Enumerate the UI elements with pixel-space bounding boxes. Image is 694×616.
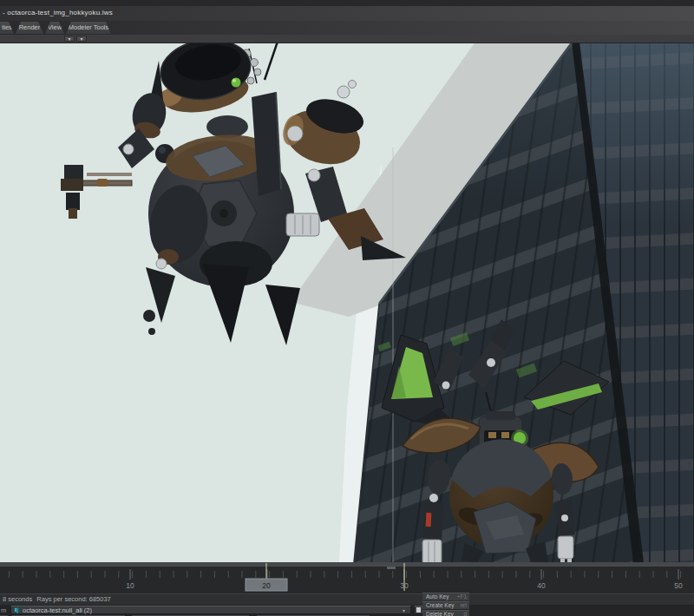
create-key-button[interactable]: Create Key ret [422, 601, 469, 609]
menu-tab-bar: ties Render View Modeler Tools [0, 21, 694, 35]
rays-per-second-text: Rays per second: 685037 [36, 595, 110, 603]
page-icon [416, 607, 421, 613]
auto-key-button[interactable]: Auto Key +F1 [422, 593, 469, 600]
status-bar: 8 seconds Rays per second: 685037 [0, 593, 694, 605]
toolbar-dropdown-button-1[interactable]: ▾ [64, 36, 75, 42]
current-item-label: octaorca-test:null_all (2) [23, 606, 92, 614]
lightwave-layout-window: - octaorca-test_img_hokkyoku.lws ties Re… [0, 0, 694, 616]
frame-label: 10 [126, 581, 134, 590]
tab-modeler-tools[interactable]: Modeler Tools [66, 22, 111, 34]
window-title: - octaorca-test_img_hokkyoku.lws [3, 9, 113, 16]
timeline[interactable]: 10 30 40 50 20 [0, 562, 694, 593]
title-bar: - octaorca-test_img_hokkyoku.lws [0, 0, 694, 21]
toolbar-strip: ▾ ▾ [0, 35, 694, 43]
frame-label: 30 [400, 581, 409, 590]
tab-render[interactable]: Render [16, 22, 43, 34]
current-frame-value: 20 [262, 581, 271, 590]
frame-label: 50 [674, 581, 683, 590]
timeline-ticks [9, 569, 680, 580]
chevron-down-icon: ▾ [68, 36, 70, 42]
current-item-dropdown[interactable]: octaorca-test:null_all (2) ▾ [10, 606, 411, 614]
frame-scrubber[interactable]: 20 [246, 579, 287, 591]
tab-view[interactable]: View [45, 22, 64, 34]
toolbar-dropdown-button-2[interactable]: ▾ [76, 36, 87, 42]
render-time-text: 8 seconds [3, 595, 32, 603]
red-accent [426, 513, 432, 527]
item-mode-label-partial: m [1, 606, 6, 614]
frame-label: 40 [537, 581, 546, 590]
null-object-icon [14, 607, 19, 613]
green-eye [232, 78, 241, 88]
title-bar-edge [0, 0, 694, 6]
chevron-down-icon: ▾ [403, 607, 405, 613]
tab-utilities-partial[interactable]: ties [0, 22, 14, 34]
chevron-down-icon: ▾ [80, 36, 82, 42]
viewport-3d[interactable] [0, 43, 694, 562]
range-handle[interactable] [387, 567, 396, 569]
delete-key-button[interactable]: Delete Key d [422, 610, 469, 616]
timeline-separator [0, 562, 694, 567]
chrome-hand [422, 540, 442, 562]
item-bar: m octaorca-test:null_all (2) ▾ [0, 605, 694, 615]
